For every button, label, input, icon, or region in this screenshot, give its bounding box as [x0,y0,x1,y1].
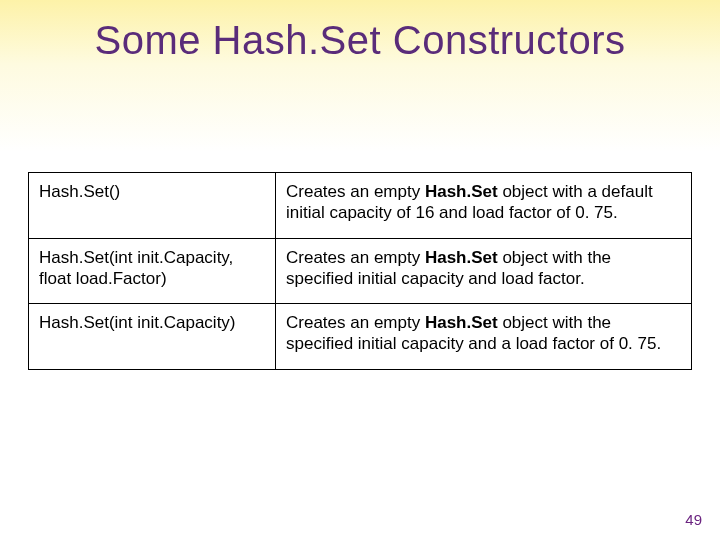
desc-text-bold: Hash.Set [425,313,498,332]
desc-text-pre: Creates an empty [286,248,425,267]
constructor-description: Creates an empty Hash.Set object with th… [276,304,692,370]
constructor-signature: Hash.Set(int init.Capacity) [29,304,276,370]
slide: Some Hash.Set Constructors Hash.Set() Cr… [0,0,720,540]
constructor-signature: Hash.Set(int init.Capacity, float load.F… [29,238,276,304]
constructor-signature: Hash.Set() [29,173,276,239]
table-row: Hash.Set(int init.Capacity, float load.F… [29,238,692,304]
table-row: Hash.Set() Creates an empty Hash.Set obj… [29,173,692,239]
desc-text-bold: Hash.Set [425,248,498,267]
constructors-table: Hash.Set() Creates an empty Hash.Set obj… [28,172,692,370]
page-number: 49 [685,511,702,528]
constructor-description: Creates an empty Hash.Set object with th… [276,238,692,304]
constructor-description: Creates an empty Hash.Set object with a … [276,173,692,239]
slide-title: Some Hash.Set Constructors [0,0,720,63]
desc-text-pre: Creates an empty [286,182,425,201]
table-row: Hash.Set(int init.Capacity) Creates an e… [29,304,692,370]
desc-text-bold: Hash.Set [425,182,498,201]
desc-text-pre: Creates an empty [286,313,425,332]
